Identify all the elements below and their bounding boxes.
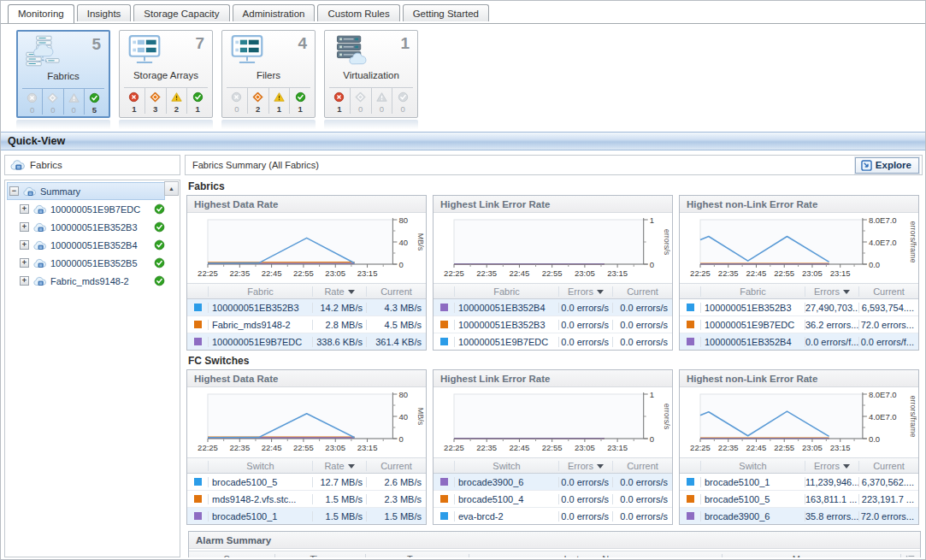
value-cell: 36.2 errors... bbox=[805, 320, 858, 330]
expand-box[interactable]: + bbox=[20, 258, 29, 268]
alarm-customizer-icon[interactable] bbox=[900, 554, 920, 557]
tree-item-100000051eb352b3[interactable]: +100000051EB352B3 bbox=[7, 218, 165, 236]
table-row-100000051e9b7edc[interactable]: 100000051E9B7EDC338.6 KB/s361.4 KB/s bbox=[187, 333, 426, 350]
table-row-100000051e9b7edc[interactable]: 100000051E9B7EDC0.0 errors/s0.0 errors/s bbox=[434, 333, 672, 350]
series-swatch bbox=[194, 321, 202, 328]
current-column-header[interactable]: Current bbox=[366, 286, 426, 297]
entity-column-header[interactable]: Fabric bbox=[700, 286, 805, 297]
value-column-header[interactable]: Rate bbox=[312, 461, 366, 471]
expand-box[interactable]: + bbox=[20, 204, 29, 214]
tile-name-virtualization: Virtualization bbox=[325, 70, 417, 85]
value-column-header[interactable]: Rate bbox=[312, 286, 366, 297]
alarm-col-type[interactable]: Type bbox=[365, 554, 469, 557]
tile-fabrics[interactable]: 5Fabrics0005 bbox=[16, 30, 110, 118]
value-column-header[interactable]: Errors bbox=[805, 286, 858, 297]
table-row-brocade5100-5[interactable]: brocade5100_512.7 MB/s2.6 MB/s bbox=[187, 474, 426, 491]
entity-column-header[interactable]: Switch bbox=[208, 461, 312, 471]
line-chart[interactable]: 22:2522:3522:4522:5523:0523:1501errors/s bbox=[434, 387, 672, 457]
tab-insights[interactable]: Insights bbox=[77, 4, 132, 21]
table-row-100000051eb352b4[interactable]: 100000051EB352B40.0 errors/f...0.0 error… bbox=[680, 333, 918, 350]
value-column-header[interactable]: Errors bbox=[558, 461, 612, 471]
alarm-cell-normal[interactable]: 1 bbox=[289, 88, 310, 114]
alarm-cell-fatal[interactable]: 1 bbox=[329, 88, 350, 114]
alarm-cell-normal[interactable]: 0 bbox=[392, 88, 413, 114]
expand-box[interactable]: + bbox=[20, 222, 29, 232]
series-swatch-cell bbox=[187, 321, 208, 328]
value-cell: 0.0 errors/s bbox=[558, 477, 612, 487]
alarm-col-sev[interactable]: Sev bbox=[189, 554, 274, 557]
tree-item-100000051eb352b4[interactable]: +100000051EB352B4 bbox=[7, 236, 165, 254]
svg-text:22:25: 22:25 bbox=[690, 443, 711, 452]
expand-box[interactable]: + bbox=[20, 240, 29, 250]
table-row-brocade5100-5[interactable]: brocade5100_5163,811.1 ...223,191.7 ... bbox=[680, 491, 918, 508]
table-row-100000051eb352b3[interactable]: 100000051EB352B327,490,703...6,593,754..… bbox=[680, 299, 918, 316]
table-row-brocade3900-6[interactable]: brocade3900_635.8 errors...72.0 errors..… bbox=[680, 508, 918, 524]
entity-column-header[interactable]: Switch bbox=[454, 461, 558, 471]
explore-button[interactable]: Explore bbox=[855, 157, 919, 174]
tile-storage-arrays[interactable]: 7Storage Arrays1321 bbox=[119, 30, 213, 118]
current-column-header[interactable]: Current bbox=[612, 286, 672, 297]
entity-column-header[interactable]: Fabric bbox=[208, 286, 312, 297]
table-row-100000051e9b7edc[interactable]: 100000051E9B7EDC36.2 errors...72.0 error… bbox=[680, 316, 918, 333]
table-row-brocade5100-1[interactable]: brocade5100_11.5 MB/s1.5 MB/s bbox=[187, 508, 426, 524]
alarm-cell-warning[interactable]: 0 bbox=[63, 89, 84, 115]
alarm-cell-critical[interactable]: 0 bbox=[350, 88, 371, 114]
tab-administration[interactable]: Administration bbox=[233, 4, 316, 21]
table-row-100000051eb352b3[interactable]: 100000051EB352B314.2 MB/s4.3 MB/s bbox=[187, 299, 426, 316]
table-row-fabric-mds9148-2[interactable]: Fabric_mds9148-22.8 MB/s4.5 MB/s bbox=[187, 316, 426, 333]
tab-storage-capacity[interactable]: Storage Capacity bbox=[133, 4, 229, 21]
table-row-brocade5100-4[interactable]: brocade5100_40.0 errors/s0.0 errors/s bbox=[434, 491, 672, 508]
alarm-col-time[interactable]: Time bbox=[274, 554, 365, 557]
alarm-cell-warning[interactable]: 1 bbox=[268, 88, 290, 114]
table-row-100000051eb352b4[interactable]: 100000051EB352B40.0 errors/s0.0 errors/s bbox=[434, 299, 672, 316]
tree-item-fabric-mds9148-2[interactable]: +Fabric_mds9148-2 bbox=[7, 272, 165, 290]
tree-item-summary[interactable]: −Summary bbox=[7, 182, 165, 200]
tab-getting-started[interactable]: Getting Started bbox=[403, 4, 489, 21]
expand-box[interactable]: + bbox=[20, 276, 29, 286]
tree-item-100000051e9b7edc[interactable]: +100000051E9B7EDC bbox=[7, 200, 165, 218]
alarm-cell-fatal[interactable]: 1 bbox=[124, 88, 145, 114]
current-column-header[interactable]: Current bbox=[858, 286, 918, 297]
collapse-box[interactable]: − bbox=[9, 186, 19, 196]
tree-scroll-up[interactable]: ▲ bbox=[164, 181, 179, 196]
alarm-cell-critical[interactable]: 2 bbox=[247, 88, 268, 114]
line-chart[interactable]: 22:2522:3522:4522:5523:0523:1504080MB/s bbox=[187, 387, 426, 457]
table-row-mds9148-2-vfs-stc[interactable]: mds9148-2.vfs.stc...1.5 MB/s2.3 MB/s bbox=[187, 491, 426, 508]
line-chart[interactable]: 22:2522:3522:4522:5523:0523:150.04.0E7.0… bbox=[680, 213, 918, 283]
alarm-cell-normal[interactable]: 1 bbox=[186, 88, 208, 114]
svg-text:0: 0 bbox=[650, 260, 654, 269]
alarm-col-message[interactable]: Message bbox=[722, 554, 900, 557]
current-column-header[interactable]: Current bbox=[612, 461, 672, 471]
panel-title: Highest non-Link Error Rate bbox=[680, 196, 918, 213]
current-column-header[interactable]: Current bbox=[858, 461, 918, 471]
table-row-brocade5100-1[interactable]: brocade5100_111,239,946...6,370,562.... bbox=[680, 474, 918, 491]
alarm-cell-fatal[interactable]: 0 bbox=[227, 88, 247, 114]
alarm-cell-warning[interactable]: 2 bbox=[166, 88, 187, 114]
entity-column-header[interactable]: Switch bbox=[700, 461, 805, 471]
table-row-eva-brcd-2[interactable]: eva-brcd-20.0 errors/s0.0 errors/s bbox=[434, 508, 672, 524]
table-row-100000051eb352b3[interactable]: 100000051EB352B30.0 errors/s0.0 errors/s bbox=[434, 316, 672, 333]
line-chart[interactable]: 22:2522:3522:4522:5523:0523:1501errors/s bbox=[434, 213, 672, 283]
tile-virtualization[interactable]: 1Virtualization1000 bbox=[324, 30, 418, 118]
current-column-header[interactable]: Current bbox=[366, 461, 426, 471]
alarm-cell-normal[interactable]: 5 bbox=[84, 89, 104, 115]
alarm-cell-warning[interactable]: 0 bbox=[371, 88, 392, 114]
value-column-header[interactable]: Errors bbox=[558, 286, 612, 297]
tree-item-100000051eb352b5[interactable]: +100000051EB352B5 bbox=[7, 254, 165, 272]
alarm-cell-critical[interactable]: 0 bbox=[42, 89, 62, 115]
alarm-cell-critical[interactable]: 3 bbox=[145, 88, 166, 114]
tab-monitoring[interactable]: Monitoring bbox=[8, 4, 74, 23]
table-row-brocade3900-6[interactable]: brocade3900_60.0 errors/s0.0 errors/s bbox=[434, 474, 672, 491]
line-chart[interactable]: 22:2522:3522:4522:5523:0523:1504080MB/s bbox=[187, 213, 426, 283]
alarm-count-fatal: 0 bbox=[30, 105, 34, 115]
line-chart[interactable]: 22:2522:3522:4522:5523:0523:150.04.0E7.0… bbox=[680, 387, 918, 457]
svg-text:23:15: 23:15 bbox=[607, 443, 628, 452]
entity-name-cell: brocade3900_6 bbox=[454, 477, 558, 487]
alarm-cell-fatal[interactable]: 0 bbox=[22, 89, 42, 115]
alarm-col-instance-name[interactable]: Instance Name bbox=[469, 554, 722, 557]
value-column-header[interactable]: Errors bbox=[805, 461, 858, 471]
tree-item-label: Summary bbox=[40, 186, 80, 197]
entity-column-header[interactable]: Fabric bbox=[454, 286, 558, 297]
tile-filers[interactable]: 4Filers0211 bbox=[221, 30, 316, 118]
tab-custom-rules[interactable]: Custom Rules bbox=[317, 4, 399, 21]
